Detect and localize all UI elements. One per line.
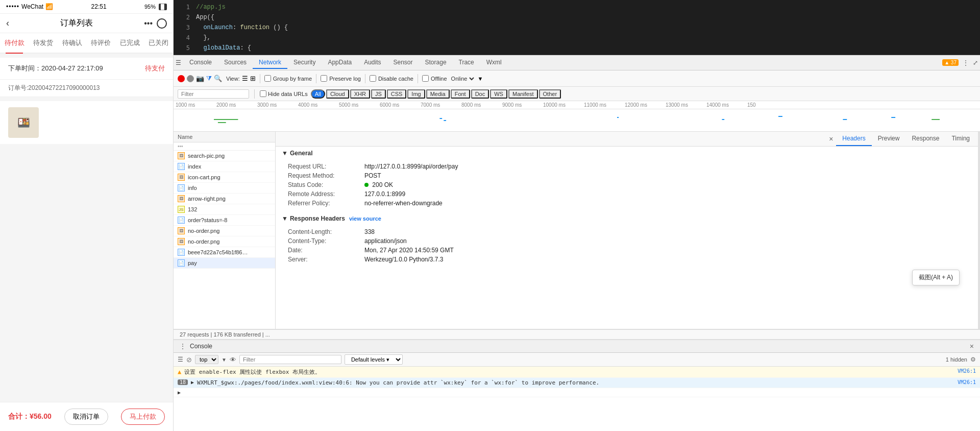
console-close-button[interactable]: × — [970, 342, 974, 350]
tab-pending-confirm[interactable]: 待确认 — [58, 33, 87, 53]
preserve-log-input[interactable] — [321, 75, 327, 82]
file-item-order[interactable]: 📄 order?status=-8 — [174, 215, 275, 226]
console-expand-icon[interactable]: ▶ — [191, 379, 194, 385]
filter-cloud[interactable]: Cloud — [326, 89, 349, 99]
general-section-header[interactable]: ▼ General — [276, 147, 980, 160]
tab-wxml[interactable]: Wxml — [480, 57, 508, 69]
wifi-icon: 📶 — [45, 3, 53, 10]
tab-security[interactable]: Security — [287, 57, 322, 69]
file-item-icon-cart[interactable]: 🖼 icon-cart.png — [174, 172, 275, 183]
console-stop-icon[interactable]: ⊘ — [186, 356, 192, 364]
filter-icon[interactable]: ⧩ — [206, 75, 212, 83]
file-item-132[interactable]: JS 132 — [174, 204, 275, 215]
server-key: Server: — [288, 256, 364, 263]
tab-pending-review[interactable]: 待评价 — [87, 33, 116, 53]
cancel-order-button[interactable]: 取消订单 — [64, 409, 108, 425]
code-content[interactable]: //app.js App({ onLaunch: function () { }… — [194, 2, 980, 53]
record-button[interactable] — [178, 75, 185, 82]
file-item-no-order-1[interactable]: 🖼 no-order.png — [174, 226, 275, 236]
view-grid-icon[interactable]: ⊞ — [250, 75, 256, 82]
response-headers-triangle-icon: ▼ — [282, 215, 288, 222]
filter-font[interactable]: Font — [451, 89, 470, 99]
gear-icon[interactable]: ⚙ — [970, 356, 976, 363]
throttle-down-icon[interactable]: ▼ — [478, 76, 483, 82]
camera-icon[interactable]: 📷 — [196, 75, 204, 82]
tab-pending-payment[interactable]: 待付款 — [0, 33, 29, 53]
tab-storage[interactable]: Storage — [419, 57, 453, 69]
status-code-key: Status Code: — [288, 181, 364, 188]
back-button[interactable]: ‹ — [6, 18, 9, 29]
detail-tab-response[interactable]: Response — [905, 132, 945, 146]
console-filter-input[interactable] — [239, 355, 341, 364]
tab-closed[interactable]: 已关闭 — [144, 33, 174, 53]
console-info-source[interactable]: VM26:1 — [958, 379, 976, 385]
tab-pending-ship[interactable]: 待发货 — [29, 33, 58, 53]
tab-completed[interactable]: 已完成 — [115, 33, 144, 53]
filter-manifest[interactable]: Manifest — [508, 89, 538, 99]
resize-handle[interactable] — [978, 132, 980, 329]
disable-cache-checkbox[interactable]: Disable cache — [370, 75, 413, 82]
file-item-index[interactable]: 📄 index — [174, 161, 275, 172]
search-network-icon[interactable]: 🔍 — [214, 75, 222, 82]
nav-circle[interactable] — [157, 18, 167, 29]
disable-cache-input[interactable] — [370, 75, 376, 82]
hide-data-urls-label: Hide data URLs — [268, 91, 308, 97]
preserve-log-checkbox[interactable]: Preserve log — [321, 75, 361, 82]
file-item-info[interactable]: 📄 info — [174, 183, 275, 194]
phone-panel: ••••• WeChat 📶 22:51 95% ▉ ‹ 订单列表 ••• 待付… — [0, 0, 174, 431]
view-source-button[interactable]: view source — [349, 216, 381, 222]
tab-console[interactable]: Console — [183, 57, 218, 69]
hide-data-urls-checkbox[interactable]: Hide data URLs — [260, 90, 308, 97]
network-throttle-select[interactable]: Online — [449, 75, 476, 82]
tab-trace[interactable]: Trace — [453, 57, 480, 69]
hidden-count: 1 hidden — [946, 356, 967, 363]
more-button[interactable]: ••• — [144, 19, 153, 28]
filter-ws[interactable]: WS — [490, 89, 507, 99]
view-list-icon[interactable]: ☰ — [242, 75, 248, 82]
console-arrow-icon[interactable]: ▶ — [178, 390, 181, 395]
group-by-frame-checkbox[interactable]: Group by frame — [264, 75, 312, 82]
request-method-row: Request Method: POST — [288, 171, 968, 180]
offline-input[interactable] — [422, 75, 429, 82]
file-item-search-pic[interactable]: 🖼 search-pic.png — [174, 151, 275, 161]
group-by-frame-input[interactable] — [264, 75, 271, 82]
console-warn-source[interactable]: VM26:1 — [958, 368, 976, 374]
tab-appdata[interactable]: AppData — [322, 57, 358, 69]
detail-tab-timing[interactable]: Timing — [945, 132, 976, 146]
devtools-more-icon[interactable]: ⋮ — [963, 59, 969, 66]
stop-button[interactable] — [187, 75, 194, 82]
filter-all[interactable]: All — [311, 89, 325, 99]
chevron-down-icon[interactable]: ▼ — [222, 357, 227, 363]
detail-tab-preview[interactable]: Preview — [872, 132, 906, 146]
tab-network[interactable]: Network — [253, 57, 287, 69]
filter-js[interactable]: JS — [371, 89, 386, 99]
order-number: 订单号:202004272217090000013 — [0, 80, 173, 97]
response-headers-section-header[interactable]: ▼ Response Headers view source — [276, 212, 980, 225]
hide-data-urls-input[interactable] — [260, 90, 266, 97]
detail-tab-headers[interactable]: Headers — [836, 132, 871, 146]
filter-img[interactable]: Img — [407, 89, 425, 99]
tab-sensor[interactable]: Sensor — [387, 57, 419, 69]
default-levels-select[interactable]: Default levels ▾ — [345, 354, 403, 365]
tab-sources[interactable]: Sources — [218, 57, 253, 69]
file-icon-js: JS — [178, 206, 185, 213]
filter-other[interactable]: Other — [539, 89, 561, 99]
filter-doc[interactable]: Doc — [471, 89, 489, 99]
file-item-arrow-right[interactable]: 🖼 arrow-right.png — [174, 194, 275, 204]
console-nav-icon: ☰ — [178, 356, 183, 363]
tab-audits[interactable]: Audits — [358, 57, 387, 69]
pay-now-button[interactable]: 马上付款 — [121, 409, 165, 425]
general-content: Request URL: http://127.0.0.1:8999/api/o… — [276, 160, 980, 212]
devtools-expand-icon[interactable]: ⤢ — [973, 59, 978, 66]
console-context-selector[interactable]: top — [195, 355, 218, 364]
network-filter-input[interactable] — [178, 89, 249, 99]
console-eye-icon[interactable]: 👁 — [230, 356, 236, 364]
filter-css[interactable]: CSS — [387, 89, 407, 99]
filter-xhr[interactable]: XHR — [350, 89, 370, 99]
file-item-beee[interactable]: 📄 beee7d22a7c54b1f864ef5928' — [174, 247, 275, 258]
filter-media[interactable]: Media — [426, 89, 450, 99]
offline-checkbox[interactable]: Offline — [422, 75, 447, 82]
file-item-pay[interactable]: 📄 pay — [174, 258, 275, 269]
detail-close-button[interactable]: × — [826, 134, 836, 144]
file-item-no-order-2[interactable]: 🖼 no-order.png — [174, 236, 275, 247]
